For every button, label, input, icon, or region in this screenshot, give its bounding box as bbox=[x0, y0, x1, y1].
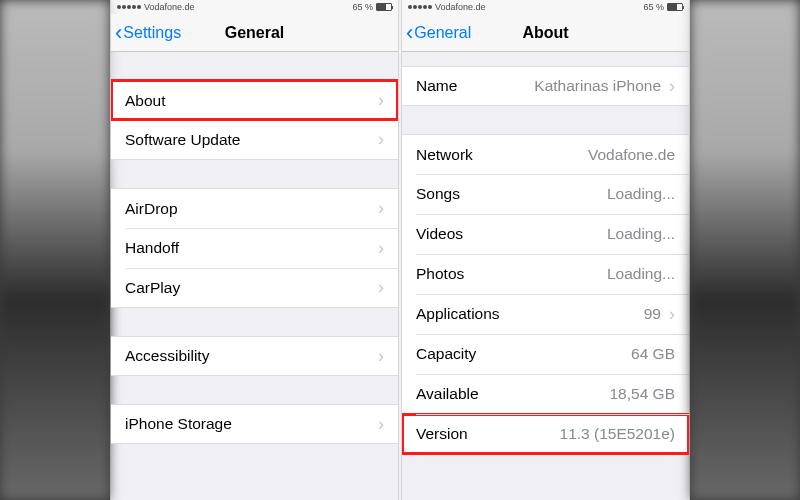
row-label: Available bbox=[416, 385, 479, 403]
battery-percent: 65 % bbox=[352, 2, 373, 12]
status-bar: Vodafone.de 65 % bbox=[111, 0, 398, 14]
group-gap bbox=[402, 52, 689, 66]
row-label: CarPlay bbox=[125, 279, 180, 297]
row-label: Photos bbox=[416, 265, 464, 283]
settings-group: NameKatharinas iPhone› bbox=[402, 66, 689, 106]
row-label: Network bbox=[416, 146, 473, 164]
background-blur-left bbox=[0, 0, 110, 500]
row-label: Software Update bbox=[125, 131, 240, 149]
row-carplay[interactable]: CarPlay› bbox=[111, 268, 398, 308]
row-label: Accessibility bbox=[125, 347, 209, 365]
signal-icon bbox=[408, 5, 432, 9]
group-gap bbox=[111, 376, 398, 404]
row-label: Applications bbox=[416, 305, 500, 323]
row-value: Katharinas iPhone bbox=[534, 77, 661, 95]
row-songs[interactable]: SongsLoading... bbox=[402, 174, 689, 214]
row-label: Version bbox=[416, 425, 468, 443]
settings-group: iPhone Storage› bbox=[111, 404, 398, 444]
carrier-label: Vodafone.de bbox=[144, 2, 195, 12]
row-value: Vodafone.de bbox=[588, 146, 675, 164]
row-label: Songs bbox=[416, 185, 460, 203]
back-label: Settings bbox=[123, 24, 181, 42]
group-gap bbox=[111, 308, 398, 336]
row-version[interactable]: Version11.3 (15E5201e) bbox=[402, 414, 689, 454]
chevron-right-icon: › bbox=[378, 129, 384, 150]
row-software-update[interactable]: Software Update› bbox=[111, 120, 398, 160]
row-airdrop[interactable]: AirDrop› bbox=[111, 188, 398, 228]
row-label: About bbox=[125, 92, 166, 110]
screenshot-pair: Vodafone.de 65 % ‹ Settings General Abou… bbox=[110, 0, 690, 500]
group-gap bbox=[111, 160, 398, 188]
carrier-label: Vodafone.de bbox=[435, 2, 486, 12]
settings-list[interactable]: About›Software Update›AirDrop›Handoff›Ca… bbox=[111, 52, 398, 500]
row-capacity[interactable]: Capacity64 GB bbox=[402, 334, 689, 374]
battery-percent: 65 % bbox=[643, 2, 664, 12]
row-videos[interactable]: VideosLoading... bbox=[402, 214, 689, 254]
row-about[interactable]: About› bbox=[111, 80, 398, 120]
chevron-right-icon: › bbox=[378, 414, 384, 435]
row-iphone-storage[interactable]: iPhone Storage› bbox=[111, 404, 398, 444]
row-label: Capacity bbox=[416, 345, 476, 363]
chevron-right-icon: › bbox=[378, 198, 384, 219]
background-blur-right bbox=[690, 0, 800, 500]
row-label: Videos bbox=[416, 225, 463, 243]
row-value: 99 bbox=[644, 305, 661, 323]
row-handoff[interactable]: Handoff› bbox=[111, 228, 398, 268]
row-name[interactable]: NameKatharinas iPhone› bbox=[402, 66, 689, 106]
settings-group: About›Software Update› bbox=[111, 80, 398, 160]
row-accessibility[interactable]: Accessibility› bbox=[111, 336, 398, 376]
row-value: Loading... bbox=[607, 265, 675, 283]
settings-group: AirDrop›Handoff›CarPlay› bbox=[111, 188, 398, 308]
chevron-right-icon: › bbox=[378, 346, 384, 367]
row-label: Name bbox=[416, 77, 457, 95]
group-gap bbox=[402, 106, 689, 134]
battery-icon bbox=[376, 3, 392, 11]
row-applications[interactable]: Applications99› bbox=[402, 294, 689, 334]
row-value: 18,54 GB bbox=[610, 385, 676, 403]
back-button[interactable]: ‹ General bbox=[402, 22, 471, 44]
row-label: AirDrop bbox=[125, 200, 178, 218]
row-value: Loading... bbox=[607, 185, 675, 203]
signal-icon bbox=[117, 5, 141, 9]
settings-group: Accessibility› bbox=[111, 336, 398, 376]
chevron-right-icon: › bbox=[378, 277, 384, 298]
chevron-right-icon: › bbox=[378, 238, 384, 259]
chevron-left-icon: ‹ bbox=[406, 22, 413, 44]
settings-group: NetworkVodafone.deSongsLoading...VideosL… bbox=[402, 134, 689, 454]
group-gap bbox=[111, 52, 398, 80]
back-button[interactable]: ‹ Settings bbox=[111, 22, 181, 44]
phone-left: Vodafone.de 65 % ‹ Settings General Abou… bbox=[110, 0, 399, 500]
row-value: 11.3 (15E5201e) bbox=[560, 425, 675, 443]
chevron-right-icon: › bbox=[378, 90, 384, 111]
chevron-right-icon: › bbox=[669, 304, 675, 325]
row-value: 64 GB bbox=[631, 345, 675, 363]
row-available[interactable]: Available18,54 GB bbox=[402, 374, 689, 414]
status-bar: Vodafone.de 65 % bbox=[402, 0, 689, 14]
row-value: Loading... bbox=[607, 225, 675, 243]
phone-right: Vodafone.de 65 % ‹ General About NameKat… bbox=[401, 0, 690, 500]
row-photos[interactable]: PhotosLoading... bbox=[402, 254, 689, 294]
row-label: iPhone Storage bbox=[125, 415, 232, 433]
nav-bar: ‹ General About bbox=[402, 14, 689, 52]
back-label: General bbox=[414, 24, 471, 42]
chevron-left-icon: ‹ bbox=[115, 22, 122, 44]
about-list[interactable]: NameKatharinas iPhone›NetworkVodafone.de… bbox=[402, 52, 689, 500]
row-label: Handoff bbox=[125, 239, 179, 257]
battery-icon bbox=[667, 3, 683, 11]
nav-bar: ‹ Settings General bbox=[111, 14, 398, 52]
chevron-right-icon: › bbox=[669, 76, 675, 97]
row-network[interactable]: NetworkVodafone.de bbox=[402, 134, 689, 174]
